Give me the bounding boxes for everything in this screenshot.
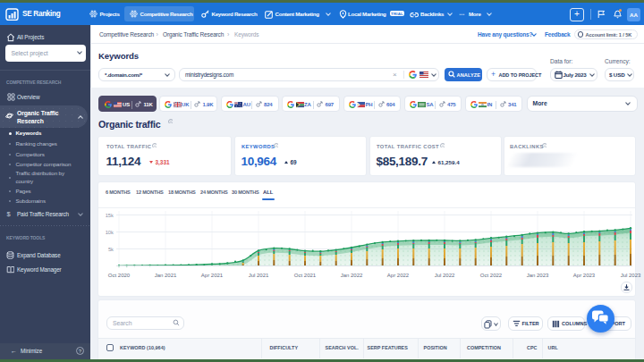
svg-text:15k: 15k	[106, 213, 114, 218]
svg-text:Apr 2022: Apr 2022	[387, 273, 410, 278]
svg-text:Jan 2022: Jan 2022	[341, 273, 363, 278]
svg-text:Apr 2021: Apr 2021	[201, 273, 224, 278]
svg-text:Jul 2022: Jul 2022	[435, 273, 455, 278]
svg-text:Jul 2021: Jul 2021	[249, 273, 269, 278]
svg-text:Oct 2022: Oct 2022	[480, 273, 503, 278]
svg-text:5k: 5k	[108, 247, 114, 252]
svg-text:Apr 2023: Apr 2023	[573, 273, 596, 278]
svg-text:Jan 2023: Jan 2023	[527, 273, 549, 278]
svg-text:Jul 2023: Jul 2023	[621, 273, 641, 278]
svg-text:10k: 10k	[106, 230, 114, 235]
svg-text:Oct 2021: Oct 2021	[294, 273, 317, 278]
svg-text:Jan 2021: Jan 2021	[155, 273, 177, 278]
svg-text:Oct 2020: Oct 2020	[108, 273, 131, 278]
